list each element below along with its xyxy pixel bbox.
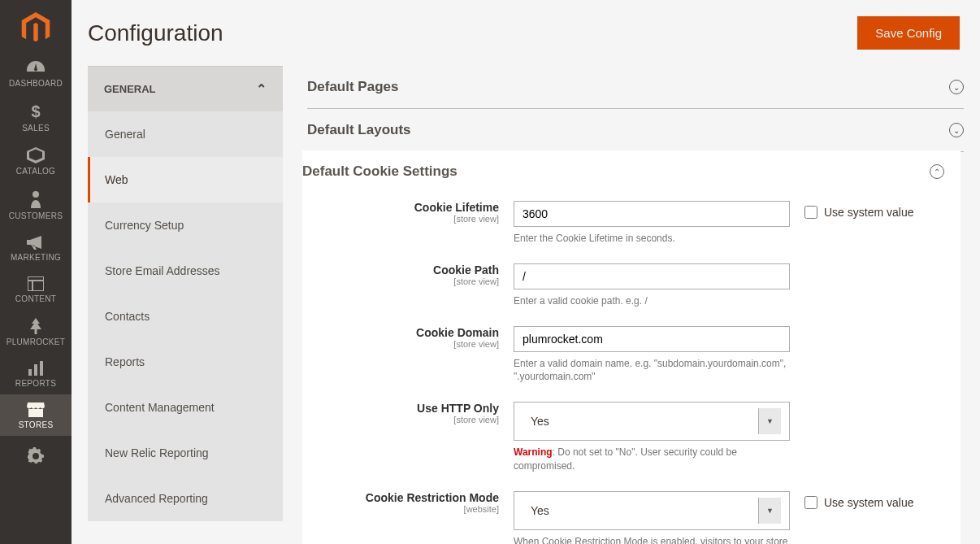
layout-icon (0, 276, 72, 291)
nav-content[interactable]: CONTENT (0, 268, 72, 310)
field-cookie-domain: Cookie Domain [store view] Enter a valid… (302, 320, 960, 396)
magento-logo (20, 12, 52, 45)
panel-cookie-header[interactable]: Default Cookie Settings ⌃ (302, 163, 960, 194)
svg-rect-2 (28, 276, 44, 291)
chevron-down-icon: ⌄ (949, 80, 964, 94)
field-scope: [store view] (302, 276, 499, 286)
nav-plumrocket[interactable]: PLUMROCKET (0, 310, 72, 353)
field-scope: [store view] (302, 415, 499, 424)
sidebar-section-label: GENERAL (104, 83, 156, 95)
svg-rect-5 (28, 369, 32, 376)
nav-reports[interactable]: REPORTS (0, 353, 72, 394)
field-cookie-path: Cookie Path [store view] Enter a valid c… (302, 257, 960, 320)
sidebar-link-adv-reporting[interactable]: Advanced Reporting (88, 476, 283, 521)
svg-point-1 (33, 191, 39, 198)
page-header: Configuration Save Config (72, 0, 980, 66)
panel-default-pages[interactable]: Default Pages ⌄ (307, 66, 964, 109)
sidebar-link-reports[interactable]: Reports (88, 339, 283, 385)
sidebar-link-store-email[interactable]: Store Email Addresses (88, 248, 283, 294)
chevron-up-icon: ⌃ (256, 81, 267, 97)
dashboard-icon (0, 61, 72, 76)
cookie-path-input[interactable] (514, 263, 790, 289)
field-scope: [website] (302, 504, 499, 514)
sidebar-link-web[interactable]: Web (88, 157, 283, 202)
field-scope: [store view] (302, 214, 499, 224)
field-label: Use HTTP Only (417, 402, 499, 415)
cookie-restriction-select[interactable]: Yes ▼ (514, 491, 790, 530)
field-use-http-only: Use HTTP Only [store view] Yes ▼ Warning… (302, 395, 960, 485)
megaphone-icon (0, 235, 72, 250)
box-icon (0, 147, 72, 163)
nav-catalog[interactable]: CATALOG (0, 139, 72, 182)
storefront-icon (0, 403, 72, 417)
use-system-checkbox[interactable] (804, 206, 817, 219)
dollar-icon: $ (0, 102, 72, 120)
field-note: Enter a valid cookie path. e.g. / (514, 294, 790, 308)
svg-rect-7 (40, 361, 43, 376)
person-icon (0, 190, 72, 208)
chevron-up-icon: ⌃ (930, 164, 944, 179)
gear-icon (0, 447, 72, 463)
chevron-down-icon: ⌄ (949, 123, 964, 137)
field-cookie-lifetime: Cookie Lifetime [store view] Enter the C… (302, 194, 960, 257)
sidebar-section-general[interactable]: GENERAL ⌃ (88, 66, 283, 111)
panel-cookie-settings: Default Cookie Settings ⌃ Cookie Lifetim… (302, 150, 960, 544)
nav-customers[interactable]: CUSTOMERS (0, 182, 72, 227)
nav-marketing[interactable]: MARKETING (0, 227, 72, 268)
config-sidebar: GENERAL ⌃ General Web Currency Setup Sto… (88, 66, 283, 542)
field-label: Cookie Lifetime (414, 201, 499, 214)
svg-rect-6 (34, 364, 37, 376)
sidebar-link-contacts[interactable]: Contacts (88, 294, 283, 339)
use-system-label: Use system value (824, 206, 913, 219)
svg-text:$: $ (31, 102, 40, 120)
nav-sales[interactable]: $SALES (0, 94, 72, 139)
use-system-checkbox[interactable] (804, 496, 817, 509)
field-note: When Cookie Restriction Mode is enabled,… (514, 535, 790, 544)
save-config-button[interactable]: Save Config (857, 16, 960, 50)
tree-icon (0, 318, 72, 334)
nav-dashboard[interactable]: DASHBOARD (0, 53, 72, 94)
admin-sidebar: DASHBOARD $SALES CATALOG CUSTOMERS MARKE… (0, 0, 72, 544)
sidebar-link-content-mgmt[interactable]: Content Management (88, 385, 283, 430)
field-note: Enter a valid domain name. e.g. "subdoma… (514, 357, 790, 385)
dropdown-arrow-icon: ▼ (758, 408, 781, 434)
sidebar-link-currency[interactable]: Currency Setup (88, 202, 283, 248)
cookie-domain-input[interactable] (514, 326, 790, 352)
page-title: Configuration (88, 20, 223, 46)
panel-default-layouts[interactable]: Default Layouts ⌄ (307, 109, 964, 152)
field-cookie-restriction: Cookie Restriction Mode [website] Yes ▼ … (302, 485, 960, 544)
field-note: Enter the Cookie Lifetime in seconds. (514, 232, 790, 246)
nav-stores[interactable]: STORES (0, 394, 72, 436)
use-http-only-select[interactable]: Yes ▼ (514, 402, 790, 441)
field-scope: [store view] (302, 339, 499, 349)
field-label: Cookie Path (433, 263, 499, 276)
field-label: Cookie Domain (416, 326, 499, 339)
field-label: Cookie Restriction Mode (366, 491, 499, 504)
cookie-lifetime-input[interactable] (514, 201, 790, 227)
sidebar-link-newrelic[interactable]: New Relic Reporting (88, 430, 283, 476)
sidebar-link-general[interactable]: General (88, 111, 283, 157)
bars-icon (0, 361, 72, 376)
dropdown-arrow-icon: ▼ (758, 498, 781, 524)
use-system-label: Use system value (824, 496, 913, 509)
field-note: Warning: Do not set to "No". User securi… (514, 446, 790, 473)
nav-system[interactable] (0, 439, 72, 473)
